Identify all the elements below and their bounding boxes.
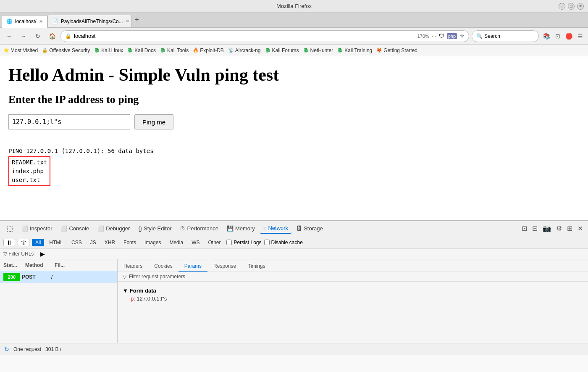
new-tab-button[interactable]: + — [131, 16, 143, 24]
request-list: Stat... Method Fil... 200 POST / — [0, 259, 118, 343]
kali-forums-icon: 🐉 — [265, 47, 271, 53]
close-devtools-button[interactable]: ✕ — [576, 224, 585, 233]
tab-headers[interactable]: Headers — [118, 261, 148, 272]
search-placeholder: Search — [484, 33, 500, 39]
devtools-performance[interactable]: ⏱ Performance — [176, 224, 221, 233]
persist-logs-checkbox[interactable]: Persist Logs — [226, 240, 261, 245]
devtools-debugger[interactable]: ⬜ Debugger — [94, 224, 133, 233]
pause-button[interactable]: ⏸ — [3, 239, 15, 246]
zoom-level[interactable]: 170% — [417, 34, 429, 39]
tab-localhost[interactable]: 🌐 localhost/ ✕ — [2, 15, 47, 28]
tab-close-button-2[interactable]: ✕ — [126, 18, 129, 24]
pocket-icon[interactable]: 🛡 — [439, 33, 444, 39]
dock-side-button[interactable]: ⊟ — [530, 224, 539, 233]
bookmark-kali-tools[interactable]: 🐉 Kali Tools — [160, 47, 189, 53]
home-button[interactable]: 🏠 — [46, 30, 58, 42]
devtools-memory[interactable]: 💾 Memory — [223, 224, 258, 233]
filter-html[interactable]: HTML — [46, 239, 66, 246]
filter-media[interactable]: Media — [166, 239, 186, 246]
record-button[interactable]: ▶ — [40, 251, 45, 257]
storage-label: Storage — [304, 225, 323, 232]
filter-fonts[interactable]: Fonts — [120, 239, 139, 246]
screenshot-button[interactable]: 📷 — [541, 224, 553, 233]
bookmark-kali-linux[interactable]: 🐉 Kali Linux — [94, 47, 123, 53]
bookmark-exploit-db-label: Exploit-DB — [200, 47, 224, 53]
output-area: PING 127.0.0.1 (127.0.0.1): 56 data byte… — [8, 147, 580, 186]
devtools-pick-element[interactable]: ⬚ — [3, 223, 16, 234]
close-button[interactable]: ✕ — [577, 3, 584, 10]
nav-icons: 📚 ⊡ 🛑 ☰ — [541, 32, 585, 40]
filter-all[interactable]: All — [32, 239, 44, 246]
forward-button[interactable]: → — [18, 30, 29, 42]
filter-css[interactable]: CSS — [68, 239, 85, 246]
bookmark-icon[interactable]: ☆ — [459, 33, 465, 39]
tab-favicon: 🌐 — [6, 18, 13, 24]
settings-icon[interactable]: ⚙ — [554, 224, 564, 233]
devtools-console[interactable]: ⬜ Console — [57, 224, 92, 233]
bookmark-kali-training[interactable]: 🐉 Kali Training — [337, 47, 372, 53]
ping-button[interactable]: Ping me — [134, 114, 173, 129]
addon-icon[interactable]: 🛑 — [564, 32, 574, 40]
window-controls: ─ □ ✕ — [559, 3, 584, 10]
more-options-icon[interactable]: ··· — [432, 33, 436, 39]
devtools-style-editor[interactable]: {} Style Editor — [135, 224, 175, 233]
menu-icon[interactable]: ☰ — [576, 32, 585, 40]
tab-response[interactable]: Response — [207, 261, 242, 272]
filter-params-bar: ▽ Filter request parameters — [118, 272, 588, 282]
disable-cache-checkbox[interactable]: Disable cache — [264, 240, 303, 245]
devtools-network[interactable]: ≡ Network — [260, 223, 291, 234]
library-icon[interactable]: 📚 — [541, 32, 552, 40]
bookmark-kali-docs[interactable]: 🐉 Kali Docs — [127, 47, 156, 53]
filter-js[interactable]: JS — [87, 239, 100, 246]
persist-logs-input[interactable] — [226, 240, 232, 245]
output-file-list: README.txt index.php user.txt — [8, 156, 50, 186]
filter-xhr[interactable]: XHR — [101, 239, 118, 246]
sync-icon[interactable]: ⊡ — [554, 32, 562, 40]
responsive-design-button[interactable]: ⊡ — [520, 224, 529, 233]
tab-cookies[interactable]: Cookies — [148, 261, 178, 272]
storage-icon: 🗄 — [297, 225, 302, 232]
devtools: ⬚ ⬜ Inspector ⬜ Console ⬜ Debugger {} St… — [0, 220, 588, 355]
page-title: Hello Admin - Simple Vuln ping test — [8, 65, 580, 85]
style-editor-icon: {} — [138, 225, 142, 232]
detail-tabs: Headers Cookies Params Response Timings — [118, 259, 588, 272]
devtools-toolbar: ⬚ ⬜ Inspector ⬜ Console ⬜ Debugger {} St… — [0, 221, 588, 236]
bookmark-most-visited[interactable]: ⭐ Most Visited — [3, 47, 38, 53]
inspector-label: Inspector — [30, 225, 52, 232]
ip-input[interactable] — [8, 114, 130, 129]
minimize-button[interactable]: ─ — [559, 3, 565, 10]
bookmark-nethunter[interactable]: 🐉 NetHunter — [303, 47, 333, 53]
devtools-inspector[interactable]: ⬜ Inspector — [18, 224, 55, 233]
request-area: Stat... Method Fil... 200 POST / Headers… — [0, 259, 588, 343]
clear-button[interactable]: 🗑 — [18, 239, 29, 246]
filter-images[interactable]: Images — [141, 239, 164, 246]
tabbar: 🌐 localhost/ ✕ 📄 PayloadsAllTheThings/Co… — [0, 13, 588, 28]
navbar: ← → ↻ 🏠 🔒 localhost 170% ··· 🛡 php ☆ 🔍 S… — [0, 28, 588, 45]
maximize-button[interactable]: □ — [568, 3, 575, 10]
bookmark-exploit-db[interactable]: 🔥 Exploit-DB — [193, 47, 224, 53]
back-button[interactable]: ← — [3, 30, 15, 42]
bookmark-aircrack[interactable]: 📡 Aircrack-ng — [228, 47, 261, 53]
reload-button[interactable]: ↻ — [32, 30, 44, 42]
bookmark-kali-forums[interactable]: 🐉 Kali Forums — [265, 47, 299, 53]
devtools-right-tools: ⊡ ⊟ 📷 ⚙ ⊞ ✕ — [520, 224, 585, 233]
bookmark-kali-docs-label: Kali Docs — [134, 47, 156, 53]
filter-ws[interactable]: WS — [188, 239, 203, 246]
undock-button[interactable]: ⊞ — [565, 224, 574, 233]
tab-close-button[interactable]: ✕ — [39, 19, 43, 24]
address-bar[interactable]: 🔒 localhost 170% ··· 🛡 php ☆ — [60, 30, 469, 42]
search-bar[interactable]: 🔍 Search — [472, 30, 539, 42]
bookmark-offensive-security[interactable]: 🔒 Offensive Security — [42, 47, 90, 53]
bookmark-getting-started[interactable]: 🦊 Getting Started — [376, 47, 417, 53]
devtools-storage[interactable]: 🗄 Storage — [293, 224, 326, 233]
request-row-1[interactable]: 200 POST / — [0, 271, 117, 283]
output-file-3: user.txt — [12, 176, 47, 185]
filter-types: All HTML CSS JS XHR Fonts Images Media W… — [32, 239, 224, 246]
php-icon[interactable]: php — [447, 33, 457, 39]
tab-payloads[interactable]: 📄 PayloadsAllTheThings/Co... ✕ — [47, 15, 131, 27]
kali-training-icon: 🐉 — [337, 47, 343, 53]
tab-params[interactable]: Params — [178, 261, 207, 272]
tab-timings[interactable]: Timings — [242, 261, 271, 272]
disable-cache-input[interactable] — [264, 240, 270, 245]
filter-other[interactable]: Other — [205, 239, 224, 246]
